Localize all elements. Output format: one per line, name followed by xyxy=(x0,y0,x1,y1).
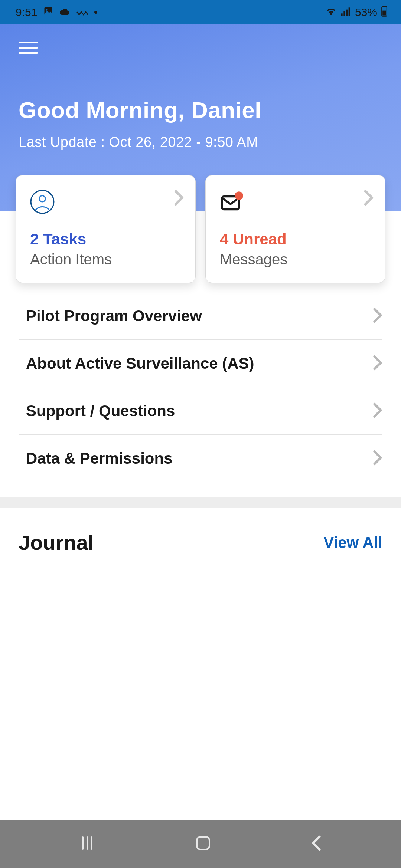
journal-header: Journal View All xyxy=(0,508,401,555)
nav-item-label: Support / Questions xyxy=(19,402,175,420)
battery-icon xyxy=(381,6,388,19)
greeting-text: Good Morning, Daniel xyxy=(19,97,382,123)
status-right: 53% xyxy=(325,6,388,19)
nav-item-support[interactable]: Support / Questions xyxy=(19,387,382,435)
nav-item-label: Data & Permissions xyxy=(19,450,173,467)
wifi-icon xyxy=(325,6,337,19)
envelope-badge-icon xyxy=(220,190,244,214)
svg-point-12 xyxy=(235,191,243,200)
chevron-right-icon xyxy=(373,450,382,467)
messages-card[interactable]: 4 Unread Messages xyxy=(205,175,385,283)
person-circle-icon xyxy=(30,190,55,214)
svg-rect-3 xyxy=(343,11,345,16)
section-divider xyxy=(0,497,401,508)
svg-rect-5 xyxy=(349,7,350,16)
journal-title: Journal xyxy=(19,530,94,555)
chevron-right-icon xyxy=(373,308,382,325)
status-bar: 9:51 53% xyxy=(0,0,401,24)
svg-rect-16 xyxy=(197,837,209,849)
wave-icon xyxy=(76,6,88,19)
chevron-right-icon xyxy=(363,190,374,207)
messages-count: 4 Unread xyxy=(220,230,374,248)
android-nav-bar xyxy=(0,820,401,868)
home-button[interactable] xyxy=(195,835,212,853)
svg-rect-4 xyxy=(346,10,348,16)
status-left: 9:51 xyxy=(16,6,97,19)
cloud-icon xyxy=(59,6,71,19)
nav-item-data-permissions[interactable]: Data & Permissions xyxy=(19,435,382,482)
hamburger-menu-button[interactable] xyxy=(19,42,38,54)
svg-rect-2 xyxy=(341,13,343,16)
summary-cards-row: 2 Tasks Action Items 4 Unread Messages xyxy=(0,175,401,283)
view-all-link[interactable]: View All xyxy=(323,534,382,552)
chevron-right-icon xyxy=(174,190,184,207)
messages-subtitle: Messages xyxy=(220,251,374,268)
nav-item-about-as[interactable]: About Active Surveillance (AS) xyxy=(19,340,382,387)
svg-point-1 xyxy=(46,9,48,11)
status-time: 9:51 xyxy=(16,6,37,19)
chevron-right-icon xyxy=(373,355,382,372)
svg-rect-8 xyxy=(382,10,386,15)
image-icon xyxy=(43,6,53,19)
nav-item-label: Pilot Program Overview xyxy=(19,307,202,325)
back-button[interactable] xyxy=(311,835,322,853)
svg-rect-7 xyxy=(383,6,385,7)
last-update-text: Last Update : Oct 26, 2022 - 9:50 AM xyxy=(19,134,382,150)
recents-button[interactable] xyxy=(79,835,95,853)
chevron-right-icon xyxy=(373,402,382,420)
nav-item-pilot-overview[interactable]: Pilot Program Overview xyxy=(19,292,382,340)
tasks-card[interactable]: 2 Tasks Action Items xyxy=(16,175,196,283)
signal-icon xyxy=(341,6,351,19)
dot-icon xyxy=(94,11,97,14)
nav-list: Pilot Program Overview About Active Surv… xyxy=(0,292,401,482)
tasks-count: 2 Tasks xyxy=(30,230,184,248)
tasks-subtitle: Action Items xyxy=(30,251,184,268)
battery-text: 53% xyxy=(355,6,377,19)
svg-point-10 xyxy=(39,196,46,202)
nav-item-label: About Active Surveillance (AS) xyxy=(19,355,254,372)
